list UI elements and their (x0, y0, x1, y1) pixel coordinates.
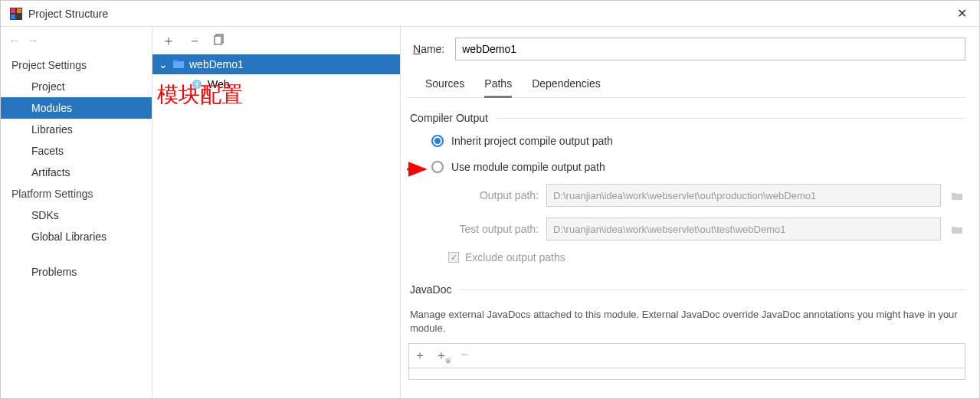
nav-item-sdks[interactable]: SDKs (1, 204, 152, 226)
svg-rect-3 (11, 15, 15, 19)
project-structure-window: Project Structure ✕ ← → Project Settings… (0, 0, 980, 399)
nav-section-header: Project Settings (1, 54, 152, 76)
radio-inherit-label: Inherit project compile output path (451, 135, 613, 147)
copy-icon[interactable] (214, 33, 225, 49)
output-path-input (546, 184, 941, 207)
nav-forward-icon[interactable]: → (27, 34, 39, 47)
tab-dependencies[interactable]: Dependencies (532, 73, 601, 97)
tree-node-label: Web (208, 78, 230, 90)
nav-item-project[interactable]: Project (1, 76, 152, 97)
module-tabs: SourcesPathsDependencies (407, 73, 965, 98)
svg-rect-2 (17, 8, 21, 13)
compiler-output-title: Compiler Output (410, 112, 488, 124)
tab-sources[interactable]: Sources (425, 73, 464, 97)
chevron-down-icon: ⌄ (159, 58, 168, 70)
module-folder-icon (172, 58, 185, 70)
close-button[interactable]: ✕ (952, 6, 972, 21)
tab-paths[interactable]: Paths (484, 73, 512, 98)
radio-module[interactable] (431, 161, 444, 173)
nav-item-problems[interactable]: Problems (1, 261, 152, 283)
svg-rect-7 (173, 60, 178, 62)
left-nav: ← → Project SettingsProjectModulesLibrar… (1, 27, 152, 398)
tree-node-root[interactable]: ⌄ webDemo1 (152, 54, 400, 74)
radio-inherit[interactable] (431, 135, 444, 147)
browse-test-output-icon (949, 224, 965, 234)
javadoc-title: JavaDoc (410, 283, 451, 296)
web-facet-icon (191, 78, 203, 90)
radio-module-row[interactable]: Use module compile output path (408, 158, 965, 176)
exclude-checkbox: ✓ (448, 252, 459, 263)
intellij-icon (10, 8, 22, 20)
exclude-label: Exclude output paths (465, 251, 565, 263)
exclude-output-row: ✓ Exclude output paths (408, 240, 965, 263)
browse-output-icon (949, 191, 965, 201)
module-name-input[interactable] (455, 38, 965, 61)
svg-rect-1 (11, 8, 15, 13)
javadoc-description: Manage external JavaDocs attached to thi… (408, 303, 965, 343)
javadoc-remove-icon[interactable]: － (457, 344, 472, 365)
tree-node-child[interactable]: Web (152, 74, 400, 94)
radio-inherit-row[interactable]: Inherit project compile output path (408, 132, 965, 150)
remove-icon[interactable]: － (188, 31, 202, 50)
output-path-label: Output path: (439, 189, 539, 201)
nav-item-artifacts[interactable]: Artifacts (1, 162, 152, 183)
nav-item-modules[interactable]: Modules (1, 97, 152, 119)
radio-module-label: Use module compile output path (451, 161, 605, 173)
add-icon[interactable]: ＋ (162, 31, 175, 50)
nav-section-header: Platform Settings (1, 183, 152, 204)
window-title: Project Structure (28, 8, 108, 20)
module-tree-panel: ＋ － ⌄ webDemo1 (152, 27, 401, 398)
javadoc-toolbar: ＋ ＋⊚ － (408, 343, 965, 368)
javadoc-add-icon[interactable]: ＋ (414, 348, 426, 364)
titlebar: Project Structure ✕ (1, 1, 979, 27)
svg-rect-6 (173, 61, 184, 68)
module-editor-panel: Name: SourcesPathsDependencies Compiler … (401, 27, 979, 398)
javadoc-add-url-icon[interactable]: ＋⊚ (435, 348, 447, 364)
test-output-path-label: Test output path: (439, 223, 539, 235)
nav-back-icon[interactable]: ← (8, 34, 21, 47)
nav-item-facets[interactable]: Facets (1, 140, 152, 162)
javadoc-list[interactable] (408, 368, 965, 380)
name-label: Name: (413, 43, 444, 55)
nav-item-libraries[interactable]: Libraries (1, 119, 152, 140)
tree-node-label: webDemo1 (189, 58, 244, 70)
svg-rect-5 (215, 36, 221, 44)
nav-item-global-libraries[interactable]: Global Libraries (1, 226, 152, 247)
test-output-path-input (546, 217, 941, 240)
